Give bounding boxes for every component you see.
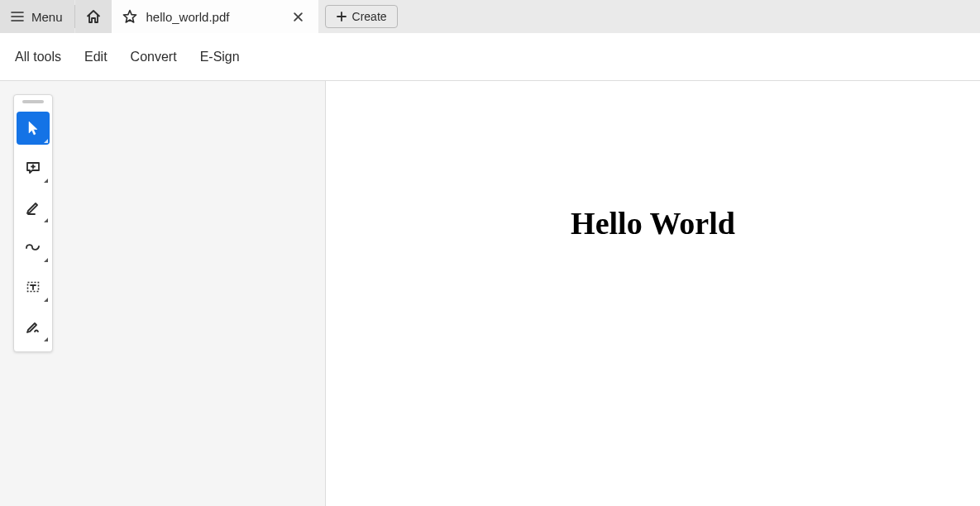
document-tab[interactable]: hello_world.pdf (112, 0, 318, 33)
menu-button[interactable]: Menu (0, 0, 74, 33)
toolbox-grip[interactable] (22, 100, 44, 103)
expand-corner-icon (44, 298, 48, 302)
plus-icon (336, 11, 347, 22)
highlight-tool[interactable] (17, 191, 50, 224)
menu-item-all-tools[interactable]: All tools (15, 50, 61, 64)
expand-corner-icon (44, 337, 48, 341)
comment-icon (25, 160, 41, 176)
highlighter-icon (25, 199, 41, 216)
expand-corner-icon (44, 179, 48, 183)
star-icon[interactable] (122, 8, 138, 25)
cursor-icon (25, 120, 41, 136)
expand-corner-icon (44, 218, 48, 222)
menu-item-edit[interactable]: Edit (84, 50, 108, 64)
sign-tool[interactable] (17, 310, 50, 343)
expand-corner-icon (44, 258, 48, 262)
textbox-tool[interactable] (17, 270, 50, 303)
comment-tool[interactable] (17, 151, 50, 184)
create-button[interactable]: Create (325, 5, 398, 28)
menu-item-convert[interactable]: Convert (131, 50, 177, 64)
freehand-icon (24, 239, 42, 255)
create-label: Create (352, 10, 387, 23)
main-area: Hello World (0, 81, 980, 506)
document-viewport[interactable]: Hello World (326, 81, 980, 506)
select-tool[interactable] (17, 112, 50, 145)
menu-item-esign[interactable]: E-Sign (200, 50, 240, 64)
textbox-icon (25, 279, 41, 295)
annotation-toolbox (13, 94, 53, 352)
draw-tool[interactable] (17, 231, 50, 264)
hamburger-icon (10, 9, 25, 24)
signature-icon (25, 318, 41, 335)
close-icon (293, 12, 304, 22)
expand-corner-icon (44, 139, 48, 143)
home-icon (85, 8, 102, 25)
tab-close-button[interactable] (289, 7, 308, 26)
document-heading: Hello World (571, 205, 735, 241)
home-button[interactable] (75, 0, 112, 33)
tab-title: hello_world.pdf (146, 10, 280, 24)
title-bar: Menu hello_world.pdf (0, 0, 980, 33)
menu-bar: All tools Edit Convert E-Sign (0, 33, 980, 81)
side-panel (0, 81, 326, 506)
menu-label: Menu (31, 10, 63, 24)
